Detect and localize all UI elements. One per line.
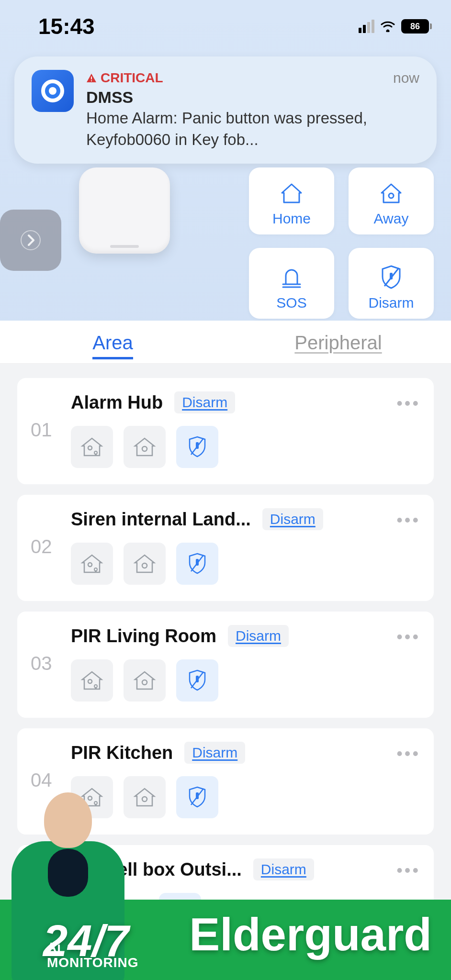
home-person-icon — [80, 436, 103, 457]
shield-off-icon — [187, 786, 207, 809]
device-name: PIR Kitchen — [71, 743, 173, 763]
tab-area-label: Area — [92, 332, 133, 359]
away-label: Away — [374, 211, 409, 227]
away-arm-button[interactable] — [124, 426, 166, 468]
away-arm-button[interactable] — [124, 659, 166, 702]
sos-label: SOS — [276, 295, 306, 311]
home-arm-button[interactable] — [71, 659, 113, 702]
tab-area[interactable]: Area — [0, 321, 226, 363]
home-label: Home — [272, 211, 311, 227]
svg-point-24 — [88, 796, 92, 800]
hero-area: Home Away SOS Disarm — [0, 172, 451, 321]
device-name: ...al bell box Outsi... — [71, 859, 242, 880]
more-options-button[interactable]: ••• — [396, 393, 420, 413]
svg-rect-4 — [91, 80, 92, 81]
home-person-icon — [80, 553, 103, 574]
svg-point-10 — [94, 451, 97, 454]
svg-rect-13 — [196, 442, 199, 449]
away-arm-button[interactable] — [124, 543, 166, 585]
device-name: Siren internal Land... — [71, 509, 251, 530]
tab-peripheral[interactable]: Peripheral — [226, 321, 451, 363]
tab-peripheral-label: Peripheral — [294, 332, 382, 353]
shield-off-icon — [187, 552, 207, 575]
svg-point-26 — [142, 797, 147, 802]
notification-banner[interactable]: CRITICAL now DMSS Home Alarm: Panic butt… — [14, 56, 437, 164]
severity-text: CRITICAL — [101, 70, 163, 86]
svg-point-16 — [142, 563, 147, 568]
more-options-button[interactable]: ••• — [396, 627, 420, 647]
svg-point-21 — [142, 680, 147, 685]
notification-app-name: DMSS — [86, 88, 419, 107]
disarm-label: Disarm — [369, 295, 414, 311]
svg-point-20 — [94, 685, 97, 688]
device-card[interactable]: 01 Alarm Hub Disarm ••• — [17, 378, 434, 484]
more-options-button[interactable]: ••• — [396, 860, 420, 880]
hub-device-image — [79, 167, 170, 254]
status-badge[interactable]: Disarm — [174, 391, 235, 413]
home-arm-button[interactable] — [71, 543, 113, 585]
side-handle-button[interactable] — [0, 210, 61, 271]
away-arm-button[interactable] — [124, 776, 166, 818]
disarm-button[interactable]: Disarm — [349, 248, 434, 319]
shield-off-icon — [380, 264, 403, 290]
sos-button[interactable]: SOS — [249, 248, 334, 319]
disarm-device-button[interactable] — [176, 776, 218, 818]
svg-point-14 — [88, 563, 92, 567]
away-mode-button[interactable]: Away — [349, 167, 434, 234]
shield-off-icon — [187, 669, 207, 692]
home-mode-button[interactable]: Home — [249, 167, 334, 234]
device-name: Alarm Hub — [71, 392, 163, 413]
banner-big-text: 24/7 — [43, 924, 129, 959]
device-card[interactable]: 03 PIR Living Room Disarm ••• — [17, 612, 434, 718]
home-pin-icon — [133, 787, 156, 808]
home-person-icon — [80, 787, 103, 808]
svg-rect-23 — [196, 676, 199, 682]
home-pin-icon — [133, 553, 156, 574]
disarm-device-button[interactable] — [176, 659, 218, 702]
svg-point-2 — [49, 87, 56, 95]
disarm-device-button[interactable] — [176, 426, 218, 468]
device-list[interactable]: 01 Alarm Hub Disarm ••• 02 — [0, 364, 451, 980]
status-badge[interactable]: Disarm — [262, 508, 323, 530]
svg-point-19 — [88, 679, 92, 683]
status-badge[interactable]: Disarm — [228, 625, 289, 647]
home-pin-icon — [133, 436, 156, 457]
tab-bar: Area Peripheral — [0, 321, 451, 364]
notification-severity: CRITICAL — [86, 70, 163, 86]
svg-point-9 — [88, 446, 92, 450]
promo-banner[interactable]: 24/7 Ai MONITORING Elderguard — [0, 900, 451, 980]
cellular-signal-icon — [359, 20, 374, 33]
svg-rect-3 — [91, 77, 92, 79]
battery-indicator: 86 — [401, 19, 432, 33]
svg-point-5 — [21, 231, 40, 250]
banner-title: Elderguard — [189, 908, 432, 961]
svg-point-11 — [142, 446, 147, 451]
siren-icon — [279, 264, 304, 290]
status-time: 15:43 — [38, 13, 95, 39]
status-badge[interactable]: Disarm — [184, 742, 245, 764]
disarm-device-button[interactable] — [176, 543, 218, 585]
device-name: PIR Living Room — [71, 626, 216, 646]
svg-rect-8 — [390, 273, 393, 279]
svg-rect-28 — [196, 792, 199, 799]
warning-icon — [86, 73, 97, 83]
away-icon — [379, 180, 404, 206]
device-index: 01 — [31, 391, 57, 468]
app-icon — [32, 70, 74, 112]
home-pin-icon — [133, 670, 156, 691]
chevron-right-icon — [20, 230, 41, 251]
home-arm-button[interactable] — [71, 776, 113, 818]
device-card[interactable]: 04 PIR Kitchen Disarm ••• — [17, 728, 434, 835]
device-index: 04 — [31, 742, 57, 818]
home-arm-button[interactable] — [71, 426, 113, 468]
notification-body: Home Alarm: Panic button was pressed, Ke… — [86, 108, 419, 150]
svg-point-15 — [94, 568, 97, 571]
status-badge[interactable]: Disarm — [253, 858, 314, 880]
more-options-button[interactable]: ••• — [396, 510, 420, 530]
more-options-button[interactable]: ••• — [396, 744, 420, 764]
banner-subtitle: Ai MONITORING — [47, 940, 148, 970]
battery-percent: 86 — [401, 19, 429, 33]
device-card[interactable]: 02 Siren internal Land... Disarm ••• — [17, 495, 434, 601]
svg-point-25 — [94, 802, 97, 804]
svg-rect-18 — [196, 559, 199, 566]
